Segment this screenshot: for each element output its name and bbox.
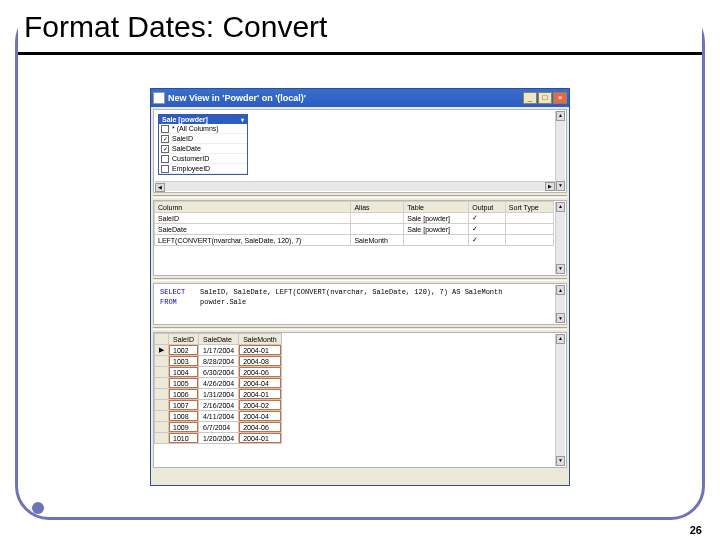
criteria-grid[interactable]: ColumnAliasTableOutputSort Type SaleIDSa… — [154, 201, 554, 246]
vertical-scrollbar[interactable]: ▲▼ — [555, 334, 565, 466]
scroll-down-icon[interactable]: ▼ — [556, 456, 565, 466]
result-cell[interactable]: 1/17/2004 — [199, 345, 239, 356]
result-cell[interactable]: 6/7/2004 — [199, 422, 239, 433]
result-cell[interactable]: 6/30/2004 — [199, 367, 239, 378]
chevron-down-icon[interactable]: ▾ — [241, 116, 244, 123]
scroll-up-icon[interactable]: ▲ — [556, 334, 565, 344]
maximize-button[interactable]: □ — [538, 92, 552, 104]
result-cell[interactable]: 1/31/2004 — [199, 389, 239, 400]
horizontal-scrollbar[interactable]: ◀▶ — [155, 181, 555, 191]
grid-cell[interactable]: SaleDate — [155, 224, 351, 235]
grid-cell[interactable]: Sale [powder] — [404, 213, 469, 224]
result-header[interactable]: SaleMonth — [239, 334, 281, 345]
result-row[interactable]: 10038/28/20042004-08 — [155, 356, 282, 367]
vertical-scrollbar[interactable]: ▲▼ — [555, 202, 565, 274]
scroll-up-icon[interactable]: ▲ — [556, 202, 565, 212]
results-pane[interactable]: SaleIDSaleDateSaleMonth ▶10021/17/200420… — [153, 332, 567, 468]
diagram-pane[interactable]: Sale [powder] ▾ * (All Columns)✓SaleID✓S… — [153, 109, 567, 193]
result-cell[interactable]: 2004-01 — [239, 389, 281, 400]
grid-header[interactable]: Table — [404, 202, 469, 213]
result-header[interactable]: SaleID — [169, 334, 199, 345]
grid-cell[interactable]: ✓ — [469, 213, 506, 224]
result-cell[interactable]: 1006 — [169, 389, 199, 400]
result-cell[interactable]: 2004-01 — [239, 433, 281, 444]
checkbox[interactable]: ✓ — [161, 135, 169, 143]
result-cell[interactable]: 2004-04 — [239, 378, 281, 389]
result-cell[interactable]: 1/20/2004 — [199, 433, 239, 444]
scroll-down-icon[interactable]: ▼ — [556, 313, 565, 323]
grid-cell[interactable]: ✓ — [469, 235, 506, 246]
sql-pane[interactable]: SELECTSaleID, SaleDate, LEFT(CONVERT(nva… — [153, 283, 567, 325]
grid-cell[interactable] — [505, 224, 553, 235]
grid-cell[interactable]: Sale [powder] — [404, 224, 469, 235]
grid-cell[interactable] — [404, 235, 469, 246]
column-row[interactable]: EmployeeID — [159, 164, 247, 174]
result-cell[interactable]: 1003 — [169, 356, 199, 367]
result-cell[interactable]: 1007 — [169, 400, 199, 411]
pane-splitter[interactable] — [153, 327, 567, 330]
result-cell[interactable]: 2004-06 — [239, 367, 281, 378]
result-cell[interactable]: 1008 — [169, 411, 199, 422]
result-cell[interactable]: 2/16/2004 — [199, 400, 239, 411]
grid-cell[interactable] — [351, 213, 404, 224]
minimize-button[interactable]: _ — [523, 92, 537, 104]
result-cell[interactable]: 1004 — [169, 367, 199, 378]
grid-row[interactable]: SaleDateSale [powder]✓ — [155, 224, 554, 235]
result-row[interactable]: ▶10021/17/20042004-01 — [155, 345, 282, 356]
scroll-up-icon[interactable]: ▲ — [556, 285, 565, 295]
result-row[interactable]: 10084/11/20042004-04 — [155, 411, 282, 422]
result-cell[interactable]: 1009 — [169, 422, 199, 433]
grid-cell[interactable]: ✓ — [469, 224, 506, 235]
result-cell[interactable]: 2004-08 — [239, 356, 281, 367]
result-row[interactable]: 10054/26/20042004-04 — [155, 378, 282, 389]
pane-splitter[interactable] — [153, 278, 567, 281]
grid-row[interactable]: LEFT(CONVERT(nvarchar, SaleDate, 120), 7… — [155, 235, 554, 246]
pane-splitter[interactable] — [153, 195, 567, 198]
column-row[interactable]: ✓SaleID — [159, 134, 247, 144]
scroll-down-icon[interactable]: ▼ — [556, 181, 565, 191]
grid-header[interactable]: Sort Type — [505, 202, 553, 213]
window-titlebar[interactable]: New View in 'Powder' on '(local)' _ □ × — [151, 89, 569, 107]
table-box-header[interactable]: Sale [powder] ▾ — [159, 115, 247, 124]
result-header[interactable]: SaleDate — [199, 334, 239, 345]
checkbox[interactable] — [161, 165, 169, 173]
scroll-up-icon[interactable]: ▲ — [556, 111, 565, 121]
grid-header[interactable]: Alias — [351, 202, 404, 213]
grid-row[interactable]: SaleIDSale [powder]✓ — [155, 213, 554, 224]
result-cell[interactable]: 1005 — [169, 378, 199, 389]
column-row[interactable]: CustomerID — [159, 154, 247, 164]
column-row[interactable]: ✓SaleDate — [159, 144, 247, 154]
result-row[interactable]: 10096/7/20042004-06 — [155, 422, 282, 433]
grid-cell[interactable]: SaleMonth — [351, 235, 404, 246]
result-cell[interactable]: 2004-01 — [239, 345, 281, 356]
results-grid[interactable]: SaleIDSaleDateSaleMonth ▶10021/17/200420… — [154, 333, 282, 444]
grid-cell[interactable] — [351, 224, 404, 235]
result-cell[interactable]: 4/11/2004 — [199, 411, 239, 422]
scroll-right-icon[interactable]: ▶ — [545, 182, 555, 191]
table-diagram-box[interactable]: Sale [powder] ▾ * (All Columns)✓SaleID✓S… — [158, 114, 248, 175]
result-cell[interactable]: 2004-04 — [239, 411, 281, 422]
grid-header[interactable]: Output — [469, 202, 506, 213]
result-row[interactable]: 10101/20/20042004-01 — [155, 433, 282, 444]
grid-header[interactable]: Column — [155, 202, 351, 213]
result-row[interactable]: 10061/31/20042004-01 — [155, 389, 282, 400]
close-button[interactable]: × — [553, 92, 567, 104]
checkbox[interactable] — [161, 125, 169, 133]
result-cell[interactable]: 2004-02 — [239, 400, 281, 411]
result-row[interactable]: 10072/16/20042004-02 — [155, 400, 282, 411]
result-row[interactable]: 10046/30/20042004-06 — [155, 367, 282, 378]
result-cell[interactable]: 1010 — [169, 433, 199, 444]
result-cell[interactable]: 1002 — [169, 345, 199, 356]
column-row[interactable]: * (All Columns) — [159, 124, 247, 134]
result-cell[interactable]: 8/28/2004 — [199, 356, 239, 367]
grid-cell[interactable]: SaleID — [155, 213, 351, 224]
grid-cell[interactable] — [505, 213, 553, 224]
result-cell[interactable]: 4/26/2004 — [199, 378, 239, 389]
grid-cell[interactable] — [505, 235, 553, 246]
scroll-left-icon[interactable]: ◀ — [155, 183, 165, 192]
vertical-scrollbar[interactable]: ▲▼ — [555, 285, 565, 323]
result-cell[interactable]: 2004-06 — [239, 422, 281, 433]
checkbox[interactable] — [161, 155, 169, 163]
grid-cell[interactable]: LEFT(CONVERT(nvarchar, SaleDate, 120), 7… — [155, 235, 351, 246]
criteria-grid-pane[interactable]: ColumnAliasTableOutputSort Type SaleIDSa… — [153, 200, 567, 276]
